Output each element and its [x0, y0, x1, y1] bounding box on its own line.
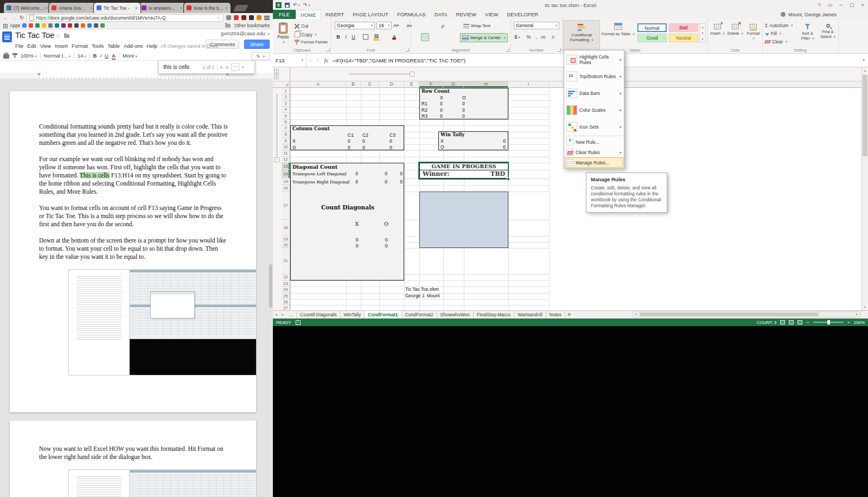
clear-button[interactable]: Clear▾: [765, 39, 788, 44]
table-cell[interactable]: 0: [440, 101, 443, 107]
scroll-down-icon[interactable]: ▾: [862, 304, 868, 310]
tab-close-icon[interactable]: ×: [45, 5, 48, 11]
close-icon[interactable]: ×: [241, 65, 244, 70]
sheet-tab-wartsandall[interactable]: WartsandAll: [514, 311, 546, 318]
share-button[interactable]: Share: [244, 40, 270, 49]
number-format-select[interactable]: General▾: [514, 22, 559, 29]
table-cell[interactable]: 0: [348, 138, 350, 145]
grow-font-button[interactable]: A: [393, 23, 397, 28]
row-header-12[interactable]: 12: [282, 157, 290, 163]
autosum-button[interactable]: ΣAutoSum▾: [765, 23, 793, 28]
table-cell[interactable]: 0: [503, 138, 506, 145]
menu-format[interactable]: Format: [72, 43, 88, 49]
orientation-button[interactable]: ab: [437, 21, 447, 31]
row-header-21[interactable]: 21: [282, 248, 290, 274]
name-box[interactable]: F13▾: [273, 54, 307, 67]
cf-menu-item-color-scales[interactable]: Color Scales▸: [565, 101, 623, 118]
sheet-tab-notes[interactable]: Notes: [546, 311, 565, 318]
table-cell[interactable]: X: [441, 138, 444, 145]
column-header-f[interactable]: F: [419, 81, 443, 87]
format-cells-button[interactable]: Format ▾: [745, 21, 762, 51]
star-document-icon[interactable]: ☆: [55, 33, 60, 39]
row-header-26[interactable]: 26: [282, 299, 290, 305]
dialog-launcher-icon[interactable]: [506, 48, 509, 52]
row-header-16[interactable]: 16: [282, 185, 290, 192]
dialog-launcher-icon[interactable]: [327, 48, 330, 52]
document-page-2[interactable]: Now you want to tell Excel HOW you want …: [10, 420, 256, 497]
refresh-icon[interactable]: ↻: [20, 15, 24, 21]
cf-menu-item-data-bars[interactable]: Data Bars▸: [565, 85, 623, 101]
ribbon-tab-file[interactable]: FILE: [273, 10, 296, 19]
bold-button[interactable]: B: [93, 53, 97, 59]
scrollbar-thumb[interactable]: [863, 75, 867, 156]
merge-and-center-button[interactable]: Merge & Center▾: [461, 34, 507, 42]
tab-close-icon[interactable]: ×: [90, 5, 93, 11]
sheet-tab-condformat1[interactable]: CondFormat1: [365, 311, 401, 318]
scrollbar-thumb[interactable]: [640, 313, 819, 316]
next-sheet-icon[interactable]: ▸: [279, 311, 286, 318]
cancel-icon[interactable]: ×: [307, 58, 314, 63]
accounting-format-button[interactable]: $▾: [514, 34, 521, 41]
bookmark-favicon[interactable]: [29, 23, 33, 28]
row-header-18[interactable]: 18: [282, 220, 290, 236]
center-button[interactable]: [422, 34, 429, 41]
apps-grid-icon[interactable]: [3, 24, 4, 25]
underline-button[interactable]: U: [350, 34, 357, 41]
forward-icon[interactable]: →: [11, 15, 17, 21]
table-cell[interactable]: 0: [462, 107, 465, 114]
row-header-9[interactable]: 9: [282, 138, 290, 144]
table-cell[interactable]: R3: [422, 113, 427, 120]
find-options-button[interactable]: ⋯: [231, 63, 239, 71]
row-header-25[interactable]: 25: [282, 293, 290, 299]
document-canvas[interactable]: Conditional formatting sounds pretty har…: [0, 79, 273, 497]
shrink-font-button[interactable]: A: [407, 23, 410, 28]
styles-gallery-scroll[interactable]: ▴▾▾: [699, 23, 706, 42]
delete-cells-button[interactable]: Delete ▾: [727, 21, 744, 51]
row-header-27[interactable]: 27: [282, 305, 290, 310]
table-cell[interactable]: 0: [381, 179, 387, 186]
horizontal-scrollbar[interactable]: ◂ ▸: [633, 311, 860, 317]
vertical-scrollbar[interactable]: ▴ ▾: [861, 67, 868, 310]
bookmark-favicon[interactable]: [100, 23, 105, 28]
bookmark-favicon[interactable]: [55, 23, 59, 28]
sheet-tab-condformat2[interactable]: CondFormat2: [402, 311, 437, 318]
row-header-5[interactable]: 5: [282, 113, 290, 119]
ribbon-display-options-icon[interactable]: ▭: [825, 2, 835, 8]
find-select-button[interactable]: Find & Select ▾: [818, 21, 838, 51]
bookmark-favicon[interactable]: [35, 23, 40, 28]
save-icon[interactable]: [285, 3, 290, 8]
font-size-select[interactable]: 16▾: [376, 22, 392, 29]
increase-indent-button[interactable]: [446, 34, 454, 41]
bookmark-favicon[interactable]: [94, 23, 98, 28]
scroll-up-icon[interactable]: ▴: [862, 67, 868, 74]
table-cell[interactable]: 0: [383, 237, 390, 244]
table-cell[interactable]: 0: [381, 171, 387, 177]
row-header-2[interactable]: 2: [282, 94, 290, 101]
tab-close-icon[interactable]: ×: [180, 5, 183, 11]
table-cell[interactable]: R1: [422, 101, 427, 107]
cf-menu-item-manage-rules[interactable]: Manage Rules...: [565, 157, 623, 168]
table-cell[interactable]: O: [292, 145, 296, 151]
ribbon-tab-review[interactable]: REVIEW: [452, 10, 481, 19]
tab-close-icon[interactable]: ×: [135, 5, 138, 11]
fill-color-button[interactable]: [373, 34, 380, 41]
row-header-17[interactable]: 17: [282, 192, 290, 220]
browser-tab[interactable]: iu anyware...×: [138, 2, 186, 13]
document-page-1[interactable]: Conditional formatting sounds pretty har…: [10, 91, 256, 412]
browser-tab[interactable]: Tic Tac Toe -×: [93, 2, 141, 13]
table-cell[interactable]: O: [441, 144, 444, 151]
add-sheet-button[interactable]: ⊕: [565, 311, 573, 318]
ribbon-tab-developer[interactable]: DEVELOPER: [502, 10, 542, 19]
close-icon[interactable]: ×: [857, 2, 868, 8]
print-icon[interactable]: [3, 54, 9, 59]
table-cell[interactable]: 0: [348, 145, 350, 151]
fill-button[interactable]: Fill▾: [765, 31, 781, 36]
decrease-decimal-button[interactable]: .0: [549, 34, 556, 41]
row-header-8[interactable]: 8: [282, 132, 290, 138]
zoom-out-icon[interactable]: ─: [806, 320, 809, 325]
menu-add-ons[interactable]: Add-ons: [124, 43, 143, 49]
cell-style-neutral[interactable]: Neutral: [669, 34, 698, 42]
back-icon[interactable]: ←: [3, 15, 9, 21]
undo-button[interactable]: ↶▾: [293, 2, 300, 8]
table-cell[interactable]: X: [292, 138, 296, 145]
